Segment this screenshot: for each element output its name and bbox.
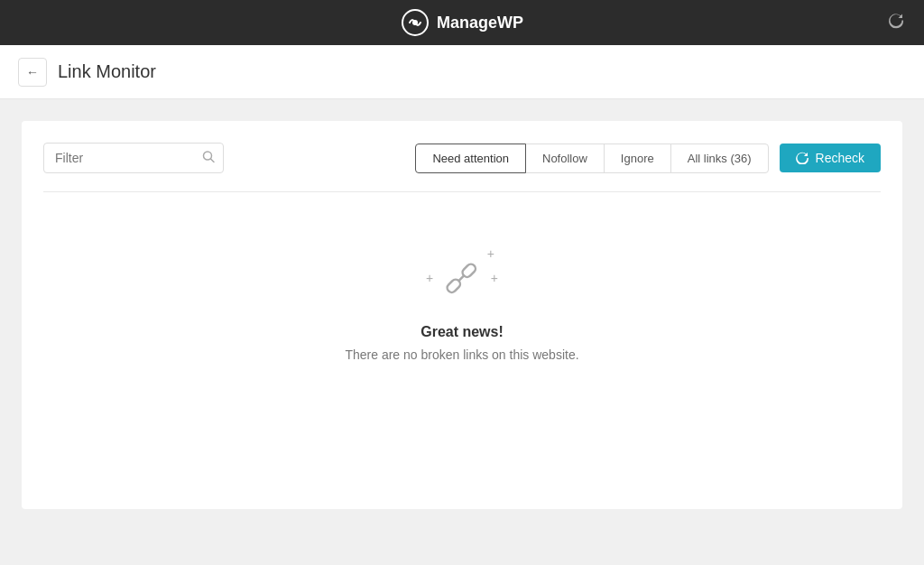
empty-state-title: Great news! [420, 324, 504, 340]
logo-text: ManageWP [437, 14, 523, 32]
recheck-button[interactable]: Recheck [780, 144, 881, 172]
back-icon: ← [26, 65, 39, 79]
tab-all-links[interactable]: All links (36) [670, 144, 769, 173]
empty-state: + + + Great news! There are no broken li… [43, 192, 881, 416]
plus-icon-3: + [491, 271, 498, 285]
logo: ManageWP [401, 8, 523, 37]
refresh-button[interactable] [882, 7, 910, 39]
toolbar-row: Need attention Nofollow Ignore All links… [43, 143, 881, 173]
back-button[interactable]: ← [18, 58, 47, 87]
filter-wrapper [43, 143, 224, 173]
tab-nofollow[interactable]: Nofollow [525, 144, 605, 173]
page-header: ← Link Monitor [0, 45, 924, 99]
chain-icon [437, 254, 487, 304]
main-content: Need attention Nofollow Ignore All links… [0, 99, 924, 565]
filter-input[interactable] [43, 143, 224, 173]
plus-icon-1: + [487, 246, 494, 261]
tab-need-attention[interactable]: Need attention [415, 144, 526, 173]
page-title: Link Monitor [58, 61, 156, 82]
tab-group: Need attention Nofollow Ignore All links… [416, 144, 768, 173]
recheck-label: Recheck [816, 151, 864, 165]
svg-line-6 [458, 275, 464, 281]
managewp-logo-icon [401, 8, 430, 37]
svg-point-1 [412, 20, 418, 25]
tab-ignore[interactable]: Ignore [604, 144, 671, 173]
card: Need attention Nofollow Ignore All links… [22, 121, 902, 509]
empty-state-description: There are no broken links on this websit… [345, 347, 578, 362]
refresh-icon [888, 13, 904, 29]
topbar: ManageWP [0, 0, 924, 45]
chain-icon-wrapper: + + + [426, 246, 498, 310]
plus-icon-2: + [426, 271, 433, 285]
recheck-icon [796, 152, 808, 164]
